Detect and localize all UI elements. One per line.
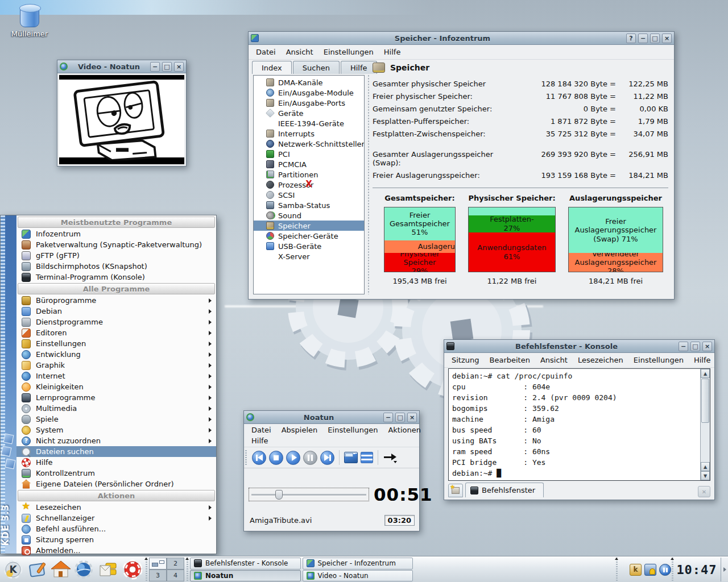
kmenu-item[interactable]: Hilfe [16, 457, 216, 468]
tab-index[interactable]: Index [252, 61, 292, 74]
close-button[interactable]: × [407, 413, 417, 422]
kmenu-item[interactable]: Debian [16, 306, 216, 317]
close-button[interactable]: × [662, 34, 672, 43]
home-icon[interactable] [50, 559, 72, 580]
menu-item[interactable]: Einstellungen [628, 354, 689, 366]
task-button[interactable]: Video - Noatun [303, 570, 413, 582]
menu-item[interactable]: Hilfe [379, 46, 406, 58]
next-button[interactable] [320, 451, 334, 465]
kmenu-item[interactable]: Kontrollzentrum [16, 468, 216, 479]
module-list-item[interactable]: X-Server [254, 251, 364, 261]
effects-arrow-icon[interactable] [383, 452, 398, 463]
menu-item[interactable]: Sitzung [446, 354, 485, 366]
menu-item[interactable]: Lesezeichen [573, 354, 628, 366]
kmenu-item[interactable]: Dienstprogramme [16, 317, 216, 327]
kmenu-item[interactable]: Abmelden... [16, 545, 216, 556]
infocenter-titlebar[interactable]: Speicher - Infozentrum ? − □ × [249, 32, 674, 45]
menu-item[interactable]: Hilfe [246, 435, 274, 446]
video-titlebar[interactable]: Video - Noatun − □ × [57, 60, 186, 73]
task-button[interactable]: Befehlsfenster - Konsole [190, 558, 301, 569]
stop-button[interactable] [269, 451, 283, 465]
open-file-icon[interactable] [344, 452, 358, 463]
new-session-button[interactable] [448, 484, 463, 497]
web-browser-icon[interactable] [73, 559, 94, 580]
maximize-button[interactable]: □ [690, 342, 700, 351]
minimize-button[interactable]: − [679, 342, 688, 351]
menu-item[interactable]: Abspielen [276, 425, 323, 435]
scroll-up-icon[interactable]: ▲ [701, 369, 710, 378]
minimize-button[interactable]: − [383, 413, 393, 422]
maximize-button[interactable]: □ [650, 34, 660, 43]
klipper-icon[interactable] [630, 564, 642, 576]
panel-handle[interactable] [144, 558, 148, 581]
kmenu-item[interactable]: Einstellungen [16, 338, 216, 349]
toolbar-handle[interactable] [245, 450, 249, 465]
scroll-down-icon[interactable]: ▼ [701, 471, 710, 480]
pager-desktop-4[interactable]: 4 [167, 569, 184, 581]
menu-item[interactable]: Ansicht [535, 354, 573, 366]
menu-item[interactable]: Aktionen [383, 425, 426, 435]
pager-desktop-3[interactable]: 3 [149, 569, 167, 581]
previous-button[interactable] [252, 451, 266, 465]
kmenu-item[interactable]: Bildschirmphotos (KSnapshot) [16, 261, 216, 272]
mail-icon[interactable] [98, 559, 119, 580]
minimize-button[interactable]: − [638, 34, 648, 43]
tab-hilfe[interactable]: Hilfe [341, 61, 377, 74]
help-button[interactable]: ? [626, 34, 636, 43]
playlist-icon[interactable] [361, 452, 373, 463]
kmenu-item[interactable]: Multimedia [16, 403, 216, 414]
pager-desktop-2[interactable]: 2 [167, 558, 184, 569]
close-button[interactable]: × [702, 342, 712, 351]
notify-icon[interactable]: ✕ [698, 486, 710, 497]
menu-item[interactable]: Bearbeiten [485, 354, 535, 366]
maximize-button[interactable]: □ [395, 413, 405, 422]
tab-suchen[interactable]: Suchen [293, 61, 340, 74]
kmenu-item[interactable]: Nicht zuzuordnen [16, 435, 216, 446]
menu-item[interactable]: Einstellungen [322, 425, 383, 435]
kmenu-item[interactable]: Infozentrum [16, 228, 216, 239]
k-menu-button[interactable]: K [1, 558, 25, 581]
scrollbar[interactable]: ▲ ▲ ▼ [700, 369, 710, 480]
menu-item[interactable]: Ansicht [281, 46, 318, 58]
kmenu-item[interactable]: Spiele [16, 414, 216, 425]
kmenu-item[interactable]: Büroprogramme [16, 295, 216, 306]
kmenu-item[interactable]: Sitzung sperren [16, 534, 216, 545]
trash-desktop-icon[interactable]: Mülleimer [7, 3, 52, 38]
menu-item[interactable]: Datei [246, 425, 276, 435]
terminal-output[interactable]: debian:~# cat /proc/cpuinfo cpu : 604e r… [449, 369, 700, 480]
task-button[interactable]: Noatun [190, 570, 301, 582]
kmenu-item[interactable]: Kleinigkeiten [16, 381, 216, 392]
kmenu-item[interactable]: Eigene Dateien (Persönlicher Ordner) [16, 479, 216, 489]
kmenu-item[interactable]: Entwicklung [16, 349, 216, 360]
play-button[interactable] [286, 451, 300, 465]
close-button[interactable]: × [174, 62, 184, 72]
menu-item[interactable]: Datei [251, 46, 281, 58]
kmenu-item[interactable]: Lernprogramme [16, 392, 216, 403]
scroll-thumb[interactable] [701, 379, 709, 423]
pause-button[interactable] [303, 451, 317, 465]
show-desktop-icon[interactable] [27, 559, 49, 580]
slider-handle[interactable] [275, 490, 283, 500]
kmenu-item[interactable]: Graphik [16, 360, 216, 371]
seek-slider[interactable] [249, 488, 369, 501]
panel-handle[interactable] [671, 558, 675, 581]
kmenu-item[interactable]: Paketverwaltung (Synaptic-Paketverwaltun… [16, 239, 216, 250]
maximize-button[interactable]: □ [162, 62, 172, 72]
panel-handle[interactable] [185, 558, 189, 581]
scroll-up2-icon[interactable]: ▲ [701, 462, 710, 471]
pager-desktop-1[interactable] [149, 558, 167, 569]
kmenu-item[interactable]: Internet [16, 371, 216, 381]
kmenu-item[interactable]: Editoren [16, 327, 216, 338]
minimize-button[interactable]: − [150, 62, 160, 72]
task-button[interactable]: Speicher - Infozentrum [303, 558, 413, 569]
kmenu-item[interactable]: Lesezeichen [16, 502, 216, 513]
kmenu-item[interactable]: Befehl ausführen... [16, 523, 216, 534]
digital-clock[interactable]: 10:47 [676, 558, 718, 581]
organizer-alarm-icon[interactable] [644, 564, 656, 576]
session-tab[interactable]: Befehlsfenster [465, 483, 544, 497]
noatun-titlebar[interactable]: Noatun − □ × [244, 411, 419, 424]
panel-hide-button[interactable] [721, 558, 728, 581]
kmenu-item[interactable]: gFTP (gFTP) [16, 250, 216, 261]
kmenu-item[interactable]: System [16, 425, 216, 435]
kmenu-item[interactable]: Dateien suchen [16, 446, 216, 457]
